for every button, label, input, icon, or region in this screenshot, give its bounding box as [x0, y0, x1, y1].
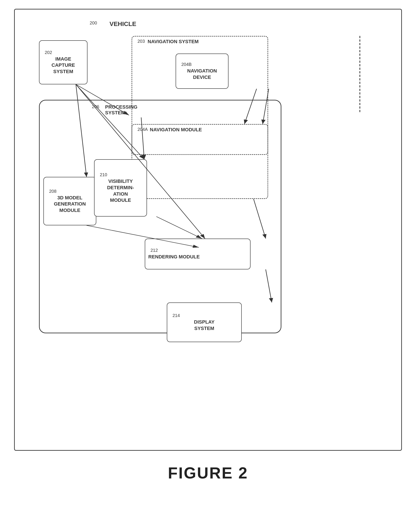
navigation-device-inner: 204B NAVIGATIONDEVICE: [176, 60, 228, 83]
rendering-module-inner: 212 RENDERING MODULE: [145, 246, 250, 262]
image-capture-inner: 202 IMAGECAPTURESYSTEM: [39, 48, 87, 77]
navigation-device-box: 204B NAVIGATIONDEVICE: [176, 54, 229, 89]
model-generation-label: 3D MODELGENERATIONMODULE: [54, 195, 86, 214]
navigation-device-label: NAVIGATIONDEVICE: [187, 68, 217, 80]
image-capture-number: 202: [45, 50, 52, 55]
rendering-module-box: 212 RENDERING MODULE: [145, 238, 251, 269]
figure-caption: FIGURE 2: [168, 464, 248, 482]
image-capture-label: IMAGECAPTURESYSTEM: [52, 56, 75, 75]
navigation-system-label: NAVIGATION SYSTEM: [148, 39, 199, 45]
model-generation-box: 208 3D MODELGENERATIONMODULE: [43, 177, 96, 225]
diagram-border: 200 VEHICLE 202 IMAGECAPTURESYSTEM 203 N…: [14, 9, 402, 451]
processing-system-label: PROCESSINGSYSTEM: [105, 104, 137, 116]
display-system-number: 214: [173, 313, 180, 318]
rendering-module-number: 212: [151, 248, 158, 253]
page-container: 200 VEHICLE 202 IMAGECAPTURESYSTEM 203 N…: [14, 9, 402, 482]
diagram-content: 200 VEHICLE 202 IMAGECAPTURESYSTEM 203 N…: [26, 18, 390, 437]
image-capture-box: 202 IMAGECAPTURESYSTEM: [39, 40, 87, 84]
navigation-system-number: 203: [137, 39, 145, 44]
vehicle-label: VEHICLE: [109, 20, 136, 28]
visibility-module-label: VISIBILITYDETERMIN-ATIONMODULE: [107, 178, 134, 203]
navigation-module-region: 204A NAVIGATION MODULE: [132, 124, 268, 199]
display-system-inner: 214 DISPLAYSYSTEM: [167, 311, 241, 334]
model-generation-number: 208: [49, 189, 56, 194]
navigation-module-number: 204A: [137, 127, 148, 132]
visibility-module-box: 210 VISIBILITYDETERMIN-ATIONMODULE: [94, 159, 147, 217]
navigation-module-label: NAVIGATION MODULE: [150, 127, 202, 133]
processing-system-number: 206: [92, 104, 99, 109]
vehicle-number: 200: [90, 20, 97, 26]
display-system-box: 214 DISPLAYSYSTEM: [167, 303, 242, 342]
visibility-module-number: 210: [100, 172, 107, 177]
rendering-module-label: RENDERING MODULE: [148, 254, 200, 260]
navigation-device-number: 204B: [181, 62, 192, 67]
model-generation-inner: 208 3D MODELGENERATIONMODULE: [44, 187, 96, 216]
visibility-module-inner: 210 VISIBILITYDETERMIN-ATIONMODULE: [95, 170, 146, 206]
display-system-label: DISPLAYSYSTEM: [194, 319, 214, 332]
